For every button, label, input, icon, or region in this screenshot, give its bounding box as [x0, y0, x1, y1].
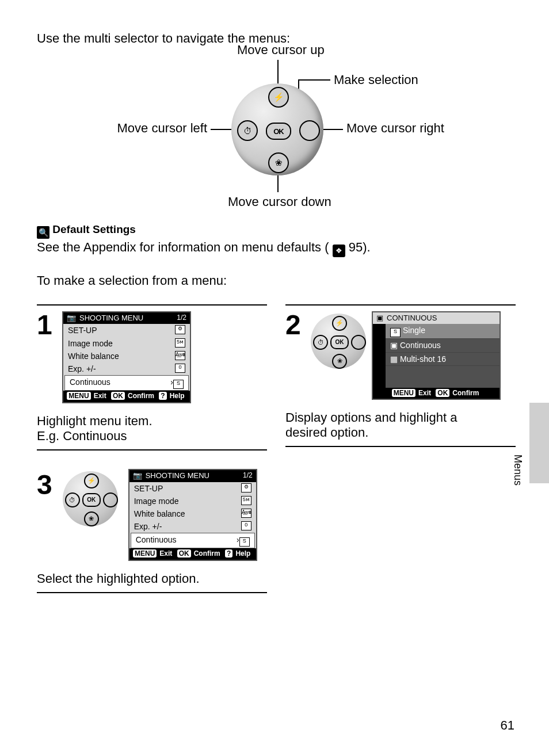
mini-ok-icon: OK: [330, 335, 349, 349]
lcd3-row-0: SET-UP⚙: [129, 482, 256, 495]
mini-selector-2: ⚡ ⏱ OK ❀: [311, 314, 366, 369]
step-3: 3 ⚡ ⏱ OK ❀ 📷 SHOOTING MENU 1/2 SET-UP⚙ I…: [37, 469, 267, 593]
step-2: 2 ⚡ ⏱ OK ❀ ▣ CONTINUOUS SSingle ▣Co: [285, 304, 516, 456]
dpad-up-button[interactable]: ⚡: [268, 87, 289, 108]
lcd3-row-3: Exp. +/-0: [129, 520, 256, 533]
dpad-right-button[interactable]: [299, 120, 320, 141]
lcd3-row-4-selected: Continuous›S: [131, 533, 255, 548]
burst-icon: ▣: [376, 314, 383, 323]
lcd3-row-1: Image mode5ᴍ: [129, 495, 256, 507]
lcd1-row-2: White balanceA͟wʙ: [63, 350, 190, 362]
multi-selector-diagram: Move cursor up Make selection Move curso…: [99, 46, 456, 213]
lcd2-opt-1: ▣Continuous: [386, 339, 500, 352]
step-3-caption: Select the highlighted option.: [37, 571, 267, 586]
mini3-right-icon: [103, 492, 118, 507]
tip-pre: See the Appendix for information on menu…: [37, 240, 329, 254]
lcd-continuous-menu: ▣ CONTINUOUS SSingle ▣Continuous ▦Multi-…: [372, 311, 501, 400]
lcd1-page: 1/2: [177, 314, 186, 323]
label-down: Move cursor down: [228, 194, 331, 209]
label-select: Make selection: [334, 72, 418, 87]
step-2-caption-l2: desired option.: [285, 425, 516, 440]
lcd-shooting-menu-1: 📷 SHOOTING MENU 1/2 SET-UP⚙ Image mode5ᴍ…: [62, 311, 191, 403]
lcd1-footer: MENUExit OKConfirm ?Help: [63, 391, 190, 402]
mini-left-icon: ⏱: [313, 335, 328, 350]
label-left: Move cursor left: [99, 121, 207, 136]
mini-right-icon: [351, 335, 366, 350]
lcd1-row-3: Exp. +/-0: [63, 362, 190, 375]
mini-up-icon: ⚡: [332, 316, 347, 331]
lcd3-row-2: White balanceA͟wʙ: [129, 507, 256, 520]
step-1-caption: Highlight menu item.: [37, 414, 267, 429]
mini3-ok-icon: OK: [82, 493, 101, 507]
label-up: Move cursor up: [237, 43, 325, 58]
lcd2-opt-2: ▦Multi-shot 16: [386, 353, 500, 366]
ok-button[interactable]: OK: [266, 123, 291, 140]
lcd1-title: SHOOTING MENU: [79, 314, 143, 323]
lcd2-opt-0-selected: SSingle: [386, 324, 500, 339]
dpad-down-button[interactable]: ❀: [268, 152, 289, 173]
line-right: [320, 129, 343, 130]
lcd-shooting-menu-3: 📷 SHOOTING MENU 1/2 SET-UP⚙ Image mode5ᴍ…: [128, 469, 257, 561]
tip-title: Default Settings: [52, 223, 136, 235]
mini3-up-icon: ⚡: [84, 474, 99, 488]
page-number: 61: [501, 718, 514, 733]
lead-text: To make a selection from a menu:: [37, 273, 518, 288]
mini3-down-icon: ❀: [84, 511, 99, 526]
step-2-caption-l1: Display options and highlight a: [285, 410, 516, 425]
step-1-sub: E.g. Continuous: [37, 429, 267, 444]
step-1: 1 📷 SHOOTING MENU 1/2 SET-UP⚙ Image mode…: [37, 304, 267, 456]
mini3-left-icon: ⏱: [65, 492, 80, 507]
lcd3-page: 1/2: [243, 471, 253, 480]
magnifier-icon: 🔍: [37, 226, 49, 239]
lcd1-row-0: SET-UP⚙: [63, 324, 190, 337]
tip-heading: 🔍 Default Settings: [37, 223, 518, 239]
lcd3-footer: MENUExit OKConfirm ?Help: [129, 548, 256, 560]
mini-selector-3: ⚡ ⏱ OK ❀: [63, 471, 118, 526]
lcd1-row-1: Image mode5ᴍ: [63, 337, 190, 350]
lcd2-title: CONTINUOUS: [387, 314, 437, 323]
lcd1-row-4-selected: Continuous›S: [64, 375, 189, 391]
xref-icon: ❖: [333, 245, 345, 257]
side-section-label: Menus: [512, 455, 524, 486]
dpad-left-button[interactable]: ⏱: [237, 120, 258, 141]
step-3-number: 3: [37, 469, 52, 501]
camera-icon-2: 📷: [133, 471, 142, 481]
tip-body: See the Appendix for information on menu…: [37, 240, 518, 257]
tip-ref: 95: [349, 240, 363, 254]
label-right: Move cursor right: [346, 121, 444, 136]
camera-icon: 📷: [67, 314, 76, 323]
step-1-number: 1: [37, 311, 56, 339]
lcd3-title: SHOOTING MENU: [146, 471, 209, 481]
selector-disc: ⚡ ⏱ OK ❀: [231, 83, 323, 175]
side-thumb-tab: [529, 403, 549, 483]
lcd2-side-tab: [373, 324, 386, 387]
step-2-number: 2: [285, 311, 305, 339]
tip-post: ).: [363, 240, 370, 254]
line-select: [298, 79, 330, 81]
lcd2-footer: MENUExit OKConfirm: [373, 388, 500, 399]
mini-down-icon: ❀: [332, 354, 347, 369]
line-up: [277, 60, 279, 86]
